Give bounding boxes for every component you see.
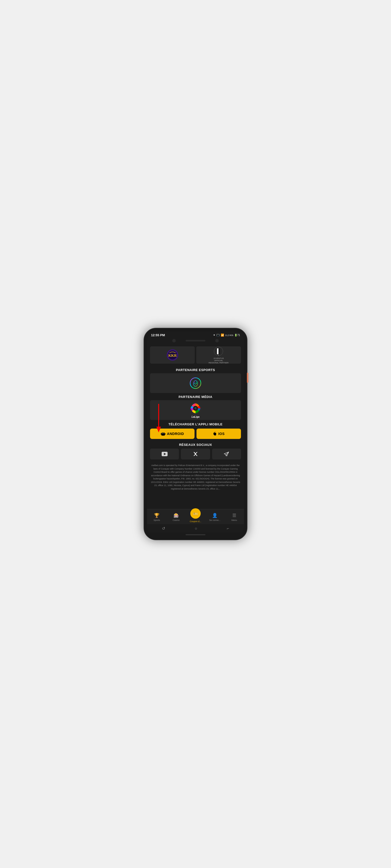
download-buttons: ANDROID IOS	[150, 429, 241, 439]
ios-download-button[interactable]: IOS	[196, 429, 241, 439]
apple-icon	[213, 432, 217, 436]
phone-screen: 12:55 PM ✦ 📳 📶 11,3 K/s 🔋71	[147, 331, 244, 537]
social-buttons-row	[150, 448, 241, 459]
side-button	[247, 373, 248, 383]
partner-media-title: PARTENAIRE MÉDIA	[147, 393, 244, 400]
wifi-icon: 📶	[221, 334, 224, 337]
kkr-logo-icon: KKR	[166, 349, 179, 361]
social-title: RÉSEAUX SOCIAUX	[150, 443, 241, 446]
speaker-bar	[186, 340, 205, 341]
svg-point-11	[196, 383, 197, 384]
status-time: 12:55 PM	[151, 333, 165, 337]
twitter-x-button[interactable]	[181, 448, 210, 459]
bluetooth-icon: ✦	[213, 334, 215, 337]
android-download-button[interactable]: ANDROID	[150, 429, 195, 439]
menu-icon: ☰	[232, 513, 236, 518]
nav-casino[interactable]: 🎰 Casino	[169, 513, 184, 521]
gesture-bar: ↺ ○ ⌐	[147, 524, 244, 533]
social-section: RÉSEAUX SOCIAUX	[147, 440, 244, 462]
telegram-button[interactable]	[212, 448, 241, 459]
youtube-button[interactable]	[150, 448, 179, 459]
svg-rect-21	[161, 433, 161, 434]
nav-login[interactable]: 👤 Se conne...	[207, 513, 222, 521]
media-partner-box: LaLiga	[150, 400, 241, 420]
svg-rect-5	[219, 348, 220, 354]
twitter-x-icon	[193, 452, 198, 457]
juventus-logo-icon: J	[214, 346, 223, 356]
coupon-icon: 🎫	[193, 511, 198, 516]
youtube-icon	[162, 452, 168, 456]
kkr-partner-box: KKR	[150, 346, 195, 364]
casino-icon: 🎰	[173, 513, 179, 518]
svg-rect-23	[162, 435, 163, 436]
esports-logo-icon	[189, 377, 202, 389]
nav-sports[interactable]: 🏆 Sports	[149, 513, 164, 521]
bottom-speaker-bar	[186, 534, 205, 535]
android-button-label: ANDROID	[167, 432, 184, 436]
phone-frame: 12:55 PM ✦ 📳 📶 11,3 K/s 🔋71	[144, 328, 247, 540]
trophy-icon: 🏆	[154, 513, 160, 518]
camera-area	[147, 338, 244, 344]
status-icons: ✦ 📳 📶 11,3 K/s 🔋71	[213, 334, 240, 337]
bottom-speaker-area	[147, 533, 244, 537]
nav-menu[interactable]: ☰ Menu	[227, 513, 242, 521]
svg-point-18	[164, 433, 164, 434]
svg-text:KKR: KKR	[168, 353, 176, 358]
svg-point-17	[162, 433, 162, 434]
juventus-partner-box: J JUVENTUSOFFICIALREGIONAL PARTNER	[196, 346, 241, 364]
partner-esports-title: PARTENAIRE ESPORTS	[147, 366, 244, 373]
legal-text: melbet.com is operated by Pelican Entert…	[147, 462, 244, 491]
svg-rect-24	[163, 435, 164, 436]
recents-gesture: ⌐	[227, 526, 229, 531]
svg-point-10	[194, 383, 195, 384]
status-bar: 12:55 PM ✦ 📳 📶 11,3 K/s 🔋71	[147, 331, 244, 338]
coupon-circle: 🎫	[190, 508, 201, 519]
camera-right	[215, 339, 219, 342]
android-icon	[161, 432, 166, 436]
menu-nav-label: Menu	[231, 519, 237, 521]
download-section: TÉLÉCHARGER L'APPLI MOBILE	[147, 420, 244, 440]
ios-button-label: IOS	[218, 432, 225, 436]
person-icon: 👤	[212, 513, 218, 518]
nav-coupon[interactable]: 🎫 Coupon d...	[188, 511, 203, 523]
svg-rect-4	[217, 348, 219, 354]
laliga-logo-icon	[189, 402, 202, 414]
vibrate-icon: 📳	[216, 334, 220, 337]
signal-text: 11,3 K/s	[225, 334, 233, 337]
svg-rect-22	[165, 433, 165, 434]
home-gesture: ○	[195, 526, 197, 531]
casino-nav-label: Casino	[173, 519, 180, 521]
laliga-area: LaLiga	[189, 402, 202, 418]
juve-logo-area: J JUVENTUSOFFICIALREGIONAL PARTNER	[208, 346, 229, 364]
login-nav-label: Se conne...	[210, 519, 221, 521]
battery-icon: 🔋71	[234, 334, 240, 337]
esports-partner-box	[150, 373, 241, 393]
screen-content[interactable]: KKR J JUVENTUSOFFICIALREGIONAL PARTNER	[147, 344, 244, 509]
laliga-label: LaLiga	[192, 415, 199, 418]
telegram-icon	[224, 452, 229, 457]
camera-left	[172, 339, 176, 342]
sports-nav-label: Sports	[153, 519, 160, 521]
coupon-nav-label: Coupon d...	[190, 520, 201, 523]
back-gesture: ↺	[162, 526, 165, 531]
juventus-text: JUVENTUSOFFICIALREGIONAL PARTNER	[208, 357, 229, 364]
bottom-navigation: 🏆 Sports 🎰 Casino 🎫 Coupon d... 👤 Se con…	[147, 509, 244, 524]
partners-logos-row: KKR J JUVENTUSOFFICIALREGIONAL PARTNER	[147, 344, 244, 366]
download-title: TÉLÉCHARGER L'APPLI MOBILE	[150, 423, 241, 426]
